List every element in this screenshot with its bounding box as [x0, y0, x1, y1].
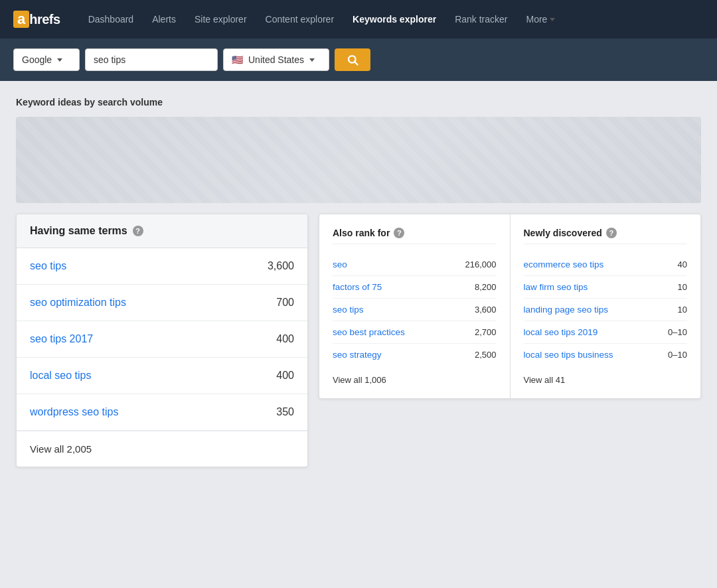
logo[interactable]: ahrefs [13, 11, 60, 28]
newly-disc-row[interactable]: local seo tips business 0–10 [524, 344, 688, 366]
country-flag-icon: 🇺🇸 [232, 54, 243, 65]
also-rank-vol-best-practices: 2,700 [475, 327, 497, 337]
keyword-link-seo-tips[interactable]: seo tips [30, 260, 66, 272]
same-terms-title: Having same terms [30, 225, 127, 237]
also-rank-link-seo[interactable]: seo [333, 259, 347, 269]
keyword-link-wordpress-seo-tips[interactable]: wordpress seo tips [30, 406, 118, 418]
keyword-volume-wordpress-seo-tips: 350 [276, 406, 294, 418]
search-bar: Google 🇺🇸 United States [0, 38, 717, 81]
main-content: Keyword ideas by search volume Having sa… [0, 81, 717, 588]
right-panel-inner: Also rank for ? seo 216,000 factors of 7… [319, 214, 700, 398]
keyword-link-local-seo-tips[interactable]: local seo tips [30, 370, 92, 382]
newly-disc-vol-law-firm: 10 [678, 282, 687, 292]
keyword-link-seo-optimization-tips[interactable]: seo optimization tips [30, 297, 126, 309]
newly-disc-link-landing-page[interactable]: landing page seo tips [524, 305, 609, 315]
nav-item-dashboard[interactable]: Dashboard [79, 0, 143, 38]
also-rank-row[interactable]: factors of 75 8,200 [333, 276, 497, 299]
newly-discovered-title: Newly discovered [524, 228, 602, 238]
newly-disc-row[interactable]: ecommerce seo tips 40 [524, 254, 688, 276]
keyword-row[interactable]: seo tips 3,600 [17, 248, 307, 285]
also-rank-for-title: Also rank for [333, 228, 390, 238]
nav-item-more[interactable]: More [517, 0, 564, 38]
keyword-row[interactable]: local seo tips 400 [17, 358, 307, 394]
newly-disc-vol-landing-page: 10 [678, 305, 687, 315]
also-rank-row[interactable]: seo strategy 2,500 [333, 344, 497, 366]
newly-disc-row[interactable]: local seo tips 2019 0–10 [524, 321, 688, 344]
content-grid: Having same terms ? seo tips 3,600 seo o… [16, 214, 701, 467]
view-all-newly-discovered[interactable]: View all 41 [524, 375, 688, 385]
search-icon [347, 54, 358, 66]
newly-discovered-section: Newly discovered ? ecommerce seo tips 40… [511, 214, 701, 398]
keyword-input[interactable] [85, 48, 218, 71]
engine-label: Google [22, 54, 52, 65]
nav-item-rank-tracker[interactable]: Rank tracker [445, 0, 517, 38]
newly-disc-link-law-firm[interactable]: law firm seo tips [524, 282, 588, 292]
keyword-volume-seo-tips-2017: 400 [276, 333, 294, 345]
also-rank-row[interactable]: seo tips 3,600 [333, 299, 497, 321]
navbar: ahrefs Dashboard Alerts Site explorer Co… [0, 0, 717, 38]
also-rank-vol-factors: 8,200 [475, 282, 497, 292]
also-rank-vol-seo-tips: 3,600 [475, 305, 497, 315]
newly-disc-row[interactable]: law firm seo tips 10 [524, 276, 688, 299]
nav-item-keywords-explorer[interactable]: Keywords explorer [343, 0, 445, 38]
also-rank-for-header: Also rank for ? [333, 228, 497, 244]
newly-disc-link-local-business[interactable]: local seo tips business [524, 350, 613, 360]
keyword-row[interactable]: seo tips 2017 400 [17, 321, 307, 358]
newly-discovered-header: Newly discovered ? [524, 228, 688, 244]
nav-item-site-explorer[interactable]: Site explorer [185, 0, 256, 38]
chevron-down-icon [550, 18, 555, 21]
also-rank-link-strategy[interactable]: seo strategy [333, 350, 382, 360]
also-rank-row[interactable]: seo best practices 2,700 [333, 321, 497, 344]
newly-disc-link-ecommerce[interactable]: ecommerce seo tips [524, 259, 604, 269]
search-button[interactable] [335, 48, 370, 71]
same-terms-header: Having same terms ? [17, 214, 307, 248]
newly-discovered-info-icon[interactable]: ? [606, 228, 617, 238]
nav-item-alerts[interactable]: Alerts [143, 0, 185, 38]
nav-item-content-explorer[interactable]: Content explorer [256, 0, 344, 38]
chart-placeholder [16, 117, 701, 203]
keyword-volume-local-seo-tips: 400 [276, 370, 294, 382]
section-title: Keyword ideas by search volume [16, 97, 701, 108]
engine-chevron-icon [57, 58, 62, 62]
also-rank-info-icon[interactable]: ? [394, 228, 404, 238]
same-terms-panel: Having same terms ? seo tips 3,600 seo o… [16, 214, 308, 467]
also-rank-vol-strategy: 2,500 [475, 350, 497, 360]
also-rank-link-best-practices[interactable]: seo best practices [333, 327, 405, 337]
also-rank-row[interactable]: seo 216,000 [333, 254, 497, 276]
also-rank-link-seo-tips[interactable]: seo tips [333, 305, 364, 315]
country-select[interactable]: 🇺🇸 United States [223, 48, 329, 71]
keyword-row[interactable]: seo optimization tips 700 [17, 285, 307, 321]
also-rank-for-section: Also rank for ? seo 216,000 factors of 7… [319, 214, 511, 398]
logo-hrefs: hrefs [29, 12, 60, 27]
keyword-link-seo-tips-2017[interactable]: seo tips 2017 [30, 333, 93, 345]
newly-disc-vol-local-business: 0–10 [668, 350, 687, 360]
keyword-volume-seo-optimization-tips: 700 [276, 297, 294, 309]
newly-disc-row[interactable]: landing page seo tips 10 [524, 299, 688, 321]
right-panel: Also rank for ? seo 216,000 factors of 7… [319, 214, 701, 399]
country-label: United States [248, 54, 304, 65]
keyword-row[interactable]: wordpress seo tips 350 [17, 394, 307, 431]
newly-disc-vol-ecommerce: 40 [678, 259, 687, 269]
also-rank-vol-seo: 216,000 [465, 259, 497, 269]
view-all-same-terms[interactable]: View all 2,005 [17, 431, 307, 467]
same-terms-info-icon[interactable]: ? [133, 226, 143, 236]
nav-more-label: More [526, 14, 547, 25]
engine-select[interactable]: Google [13, 48, 80, 71]
newly-disc-vol-local-2019: 0–10 [668, 327, 687, 337]
also-rank-link-factors[interactable]: factors of 75 [333, 282, 382, 292]
newly-disc-link-local-2019[interactable]: local seo tips 2019 [524, 327, 598, 337]
logo-a: a [13, 11, 29, 28]
country-chevron-icon [309, 58, 315, 62]
keyword-volume-seo-tips: 3,600 [268, 260, 294, 272]
view-all-also-rank[interactable]: View all 1,006 [333, 375, 497, 385]
svg-line-1 [355, 62, 357, 64]
